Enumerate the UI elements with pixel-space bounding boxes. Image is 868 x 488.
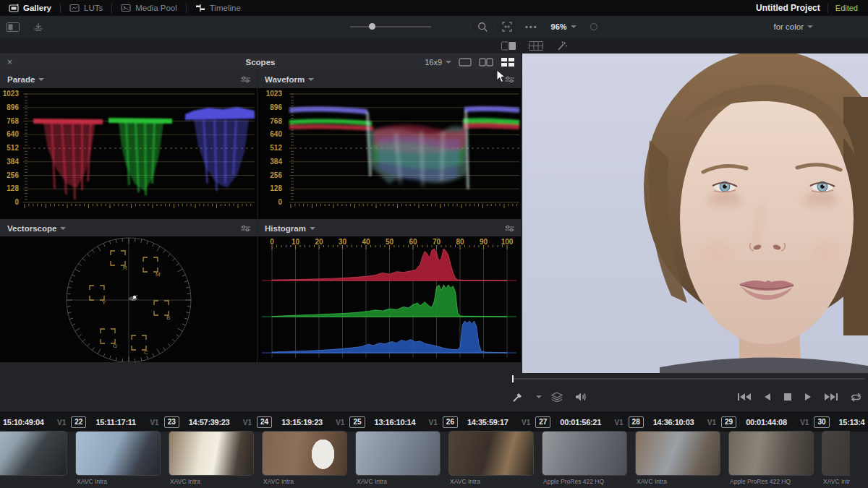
timeline-clip[interactable]: XAVC Intra [355, 431, 441, 488]
viewer-toolbar [0, 38, 868, 54]
clip-thumbnail[interactable] [635, 431, 720, 476]
vectorscope-target-R [111, 251, 125, 265]
viewer-scrubber[interactable] [511, 374, 867, 384]
timeline-clip[interactable]: XAVC Intra [822, 431, 850, 488]
parade-header: Parade [0, 70, 257, 89]
timeline-ruler-segment[interactable]: 14:36:10:03V129 [650, 416, 743, 428]
timeline-clip[interactable]: XAVC Intra [262, 431, 347, 488]
clip-number-badge: 23 [164, 416, 179, 428]
color-picker-icon[interactable] [506, 386, 529, 408]
layout-single-button[interactable] [459, 58, 472, 67]
clip-codec-label: XAVC Intra [169, 478, 254, 485]
clip-number-badge: 25 [349, 416, 365, 428]
go-to-start-button[interactable] [731, 386, 757, 408]
vectorscope-header: Vectorscope [0, 219, 257, 238]
clip-thumbnail[interactable] [728, 431, 814, 476]
layout-four-up-button[interactable] [501, 57, 515, 67]
tab-luts[interactable]: LUTs [61, 0, 111, 16]
loop-icon[interactable] [844, 386, 868, 408]
timeline-ruler-segment[interactable]: 15:11:17:11V123 [93, 416, 185, 428]
scrubber-track[interactable] [514, 378, 865, 380]
histogram-x-tick: 50 [386, 238, 393, 246]
timeline-clip-strip[interactable]: IntraXAVC IntraXAVC IntraXAVC IntraXAVC … [0, 431, 850, 488]
wipe-modes-icon[interactable] [545, 386, 569, 408]
timeline-ruler-segment[interactable]: 00:01:56:21V128 [557, 416, 650, 428]
gallery-mode-dropdown[interactable]: for color [773, 22, 813, 31]
tab-media-pool[interactable]: Media Pool [112, 0, 186, 16]
import-still-button[interactable] [26, 16, 51, 38]
clip-codec-label: Apple ProRes 422 HQ [728, 478, 814, 485]
slider-thumb[interactable] [369, 23, 375, 30]
timeline-clip[interactable]: XAVC Intra [75, 431, 161, 488]
timeline-ruler-segment[interactable]: 13:16:10:14V126 [372, 416, 464, 428]
timeline-clip[interactable]: XAVC Intra [635, 431, 720, 488]
chevron-down-icon[interactable] [308, 78, 314, 81]
timeline-ruler-segment[interactable]: 15:13:4 [836, 418, 868, 427]
timeline-ruler-segment[interactable]: 14:35:59:17V127 [464, 416, 557, 428]
timeline-ruler-segment[interactable]: 00:01:44:08V130 [743, 416, 835, 428]
chevron-down-icon [446, 61, 451, 64]
level-tick: 896 [0, 104, 19, 111]
chevron-down-icon[interactable] [310, 227, 315, 230]
edited-badge: Edited [835, 4, 858, 12]
svg-text:Y: Y [102, 299, 106, 306]
close-icon[interactable]: × [0, 57, 20, 67]
dual-panel-button[interactable] [0, 16, 26, 38]
clip-thumbnail[interactable] [169, 431, 254, 476]
clip-thumbnail[interactable] [75, 431, 161, 476]
audio-mute-icon[interactable] [569, 386, 593, 408]
timeline-ruler-segment[interactable]: 14:57:39:23V124 [186, 416, 278, 428]
clip-thumbnail[interactable] [355, 431, 441, 476]
divider [827, 4, 828, 13]
timeline-clip[interactable]: XAVC Intra [448, 431, 534, 488]
histogram-x-tick: 90 [480, 238, 488, 246]
clip-timecode: 15:11:17:11 [95, 418, 135, 427]
search-icon[interactable] [471, 16, 495, 38]
slider-track[interactable] [350, 26, 431, 27]
waveform-scope: 10238967686405123842561280 [258, 88, 521, 219]
tab-gallery[interactable]: Gallery [0, 0, 60, 16]
timeline-clip[interactable]: Apple ProRes 422 HQ [542, 431, 627, 488]
stills-toolbar: ••• 96% for color [0, 16, 868, 38]
tab-timeline[interactable]: Timeline [187, 0, 250, 16]
clip-timecode: 00:01:56:21 [560, 418, 601, 427]
aspect-ratio-dropdown[interactable]: 16x9 [425, 58, 451, 67]
level-tick: 256 [262, 172, 282, 179]
timeline-clip[interactable]: XAVC Intra [169, 431, 254, 488]
luts-icon [69, 4, 80, 12]
waveform-trace [258, 88, 521, 219]
vectorscope-settings-icon[interactable] [240, 224, 251, 233]
parade-settings-icon[interactable] [240, 75, 251, 84]
level-tick: 512 [262, 145, 282, 152]
playhead[interactable] [512, 375, 514, 382]
timeline-clip[interactable]: Intra [0, 431, 67, 488]
video-viewer[interactable] [522, 53, 868, 373]
play-button[interactable] [798, 386, 818, 408]
clip-thumbnail[interactable] [822, 431, 850, 476]
clip-thumbnail[interactable] [448, 431, 534, 476]
timeline-clip[interactable]: Apple ProRes 422 HQ [728, 431, 814, 488]
clip-thumbnail[interactable] [542, 431, 627, 476]
chevron-down-icon [807, 25, 813, 28]
layout-two-up-button[interactable] [479, 58, 493, 67]
aspect-ratio-value: 16x9 [425, 58, 442, 67]
histogram-settings-icon[interactable] [504, 224, 515, 233]
parade-trace [0, 88, 257, 219]
timeline-ruler-segment[interactable]: 13:15:19:23V125 [278, 416, 371, 428]
chevron-down-icon[interactable] [529, 386, 545, 408]
stop-button[interactable] [778, 386, 798, 408]
track-label: V1 [707, 419, 716, 427]
step-back-button[interactable] [757, 386, 778, 408]
chevron-down-icon[interactable] [60, 227, 66, 230]
bypass-icon[interactable] [583, 16, 605, 38]
clip-thumbnail[interactable] [262, 431, 347, 476]
histogram-x-tick: 40 [362, 238, 370, 246]
go-to-end-button[interactable] [818, 386, 844, 408]
histogram-x-tick: 30 [339, 238, 346, 246]
timeline-ruler[interactable]: 15:10:49:04V12215:11:17:11V12314:57:39:2… [0, 412, 868, 432]
chevron-down-icon[interactable] [38, 78, 44, 81]
thumbnail-size-slider[interactable] [350, 26, 459, 27]
timeline-ruler-segment[interactable]: 15:10:49:04V122 [0, 416, 93, 428]
clip-thumbnail[interactable] [0, 431, 67, 476]
svg-text:C: C [144, 349, 148, 356]
